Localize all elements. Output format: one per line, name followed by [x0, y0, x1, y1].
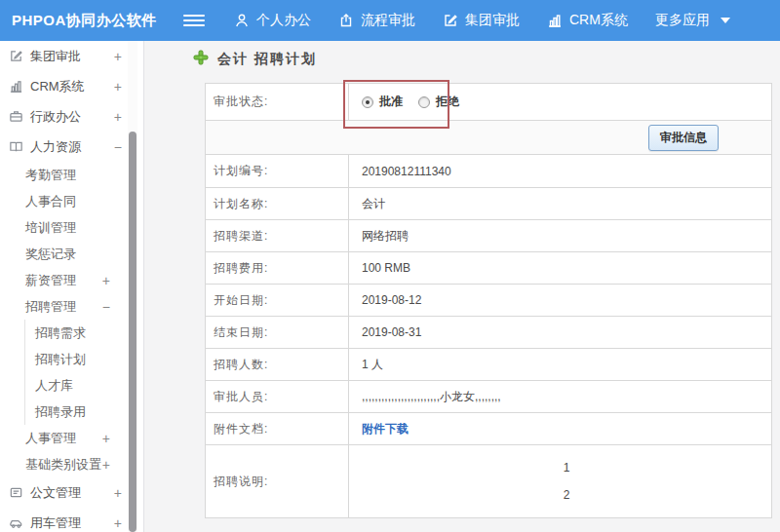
bar-chart-icon [547, 13, 563, 28]
field-label: 结束日期: [206, 317, 349, 348]
nav-item-more-apps[interactable]: 更多应用 [655, 12, 730, 29]
document-icon [8, 485, 23, 501]
recruit-submenu: 招聘需求 招聘计划 人才库 招聘录用 [24, 320, 143, 425]
expand-toggle[interactable]: + [102, 432, 110, 445]
field-value: 20190812111340 [349, 155, 771, 187]
sidebar-scrollbar-thumb[interactable] [129, 132, 136, 532]
attachment-download-link[interactable]: 附件下载 [362, 421, 409, 437]
table-row-end-date: 结束日期: 2019-08-31 [206, 317, 771, 349]
expand-toggle[interactable]: + [114, 486, 122, 500]
expand-toggle[interactable]: + [102, 458, 110, 472]
nav-item-label: CRM系统 [569, 12, 628, 29]
green-plus-icon [193, 50, 209, 69]
collapse-toggle[interactable]: − [102, 300, 110, 314]
field-label: 计划编号: [206, 155, 349, 187]
table-row-start-date: 开始日期: 2019-08-12 [206, 285, 771, 317]
edit-square-icon [443, 13, 458, 28]
sidebar-item-salary-mgmt[interactable]: 薪资管理 + [0, 267, 143, 293]
radio-option-reject[interactable]: 拒绝 [418, 94, 459, 110]
radio-label: 批准 [379, 94, 403, 110]
radio-option-approve[interactable]: 批准 [362, 94, 403, 110]
nav-item-crm-system[interactable]: CRM系统 [547, 12, 628, 29]
field-value: 2019-08-31 [349, 317, 771, 348]
table-row-approval-status: 审批状态: 批准 拒绝 [206, 84, 771, 121]
sidebar-item-label: 集团审批 [30, 48, 81, 65]
nav-item-group-approval[interactable]: 集团审批 [443, 12, 520, 29]
sidebar-item-label: 人力资源 [30, 138, 81, 156]
table-row-recruit-channel: 招聘渠道: 网络招聘 [206, 220, 771, 252]
bar-chart-icon [8, 79, 23, 95]
expand-toggle[interactable]: + [114, 50, 122, 63]
sidebar-item-document-mgmt[interactable]: 公文管理 + [0, 477, 143, 508]
field-label: 开始日期: [206, 285, 349, 316]
sidebar-item-recruit-hire[interactable]: 招聘录用 [25, 399, 143, 425]
approval-status-radio-group: 批准 拒绝 [362, 94, 459, 110]
approve-info-button[interactable]: 审批信息 [648, 125, 719, 151]
radio-checked-icon[interactable] [362, 96, 373, 108]
process-approval-icon [338, 13, 354, 28]
sidebar-item-crm-system[interactable]: CRM系统 + [0, 71, 143, 101]
sidebar-item-recruit-demand[interactable]: 招聘需求 [25, 320, 143, 346]
sidebar-item-label: 招聘需求 [35, 324, 86, 342]
radio-unchecked-icon[interactable] [418, 96, 430, 108]
sidebar-item-label: 招聘计划 [35, 351, 86, 368]
book-icon [8, 139, 23, 155]
top-header-bar: PHPOA协同办公软件 个人办公 流程审批 [0, 0, 780, 41]
table-row-approve-button: 审批信息 [206, 121, 771, 155]
page-header: 会计 招聘计划 [193, 50, 317, 69]
expand-toggle[interactable]: + [114, 110, 122, 124]
sidebar-item-label: 公文管理 [30, 484, 81, 502]
user-icon [234, 13, 250, 28]
sidebar-item-talent-pool[interactable]: 人才库 [25, 372, 143, 399]
field-label: 审批人员: [206, 381, 349, 412]
table-row-attachment: 附件文档: 附件下载 [206, 413, 771, 445]
recruit-plan-form: 审批状态: 批准 拒绝 审批信息 计划编号: 2 [205, 83, 772, 518]
sidebar-item-label: 考勤管理 [25, 167, 76, 184]
sidebar-item-vehicle-mgmt[interactable]: 用车管理 + [0, 508, 143, 532]
sidebar-item-recruit-mgmt[interactable]: 招聘管理 − [0, 293, 143, 320]
caret-down-icon [721, 18, 730, 23]
table-row-recruit-cost: 招聘费用: 100 RMB [206, 252, 771, 285]
nav-item-process-approval[interactable]: 流程审批 [338, 12, 415, 29]
car-icon [8, 515, 23, 531]
field-value: 会计 [349, 188, 771, 219]
field-label: 招聘说明: [206, 445, 349, 517]
collapse-toggle[interactable]: − [114, 140, 122, 154]
sidebar-item-human-resources[interactable]: 人力资源 − [0, 132, 143, 162]
expand-toggle[interactable]: + [114, 516, 122, 530]
sidebar-item-label: 薪资管理 [25, 272, 76, 289]
sidebar-item-reward-punish-record[interactable]: 奖惩记录 [0, 241, 143, 267]
sidebar-item-hr-contract[interactable]: 人事合同 [0, 188, 143, 214]
sidebar-item-label: 培训管理 [25, 219, 76, 237]
table-row-plan-name: 计划名称: 会计 [206, 188, 771, 220]
sidebar-item-label: 行政办公 [30, 108, 81, 126]
sidebar-item-recruit-plan[interactable]: 招聘计划 [25, 346, 143, 372]
sidebar-item-label: 人事合同 [25, 193, 76, 210]
sidebar-item-admin-office[interactable]: 行政办公 + [0, 101, 143, 132]
sidebar-item-attendance-mgmt[interactable]: 考勤管理 [0, 162, 143, 188]
sidebar-item-label: 人事管理 [25, 430, 76, 447]
sidebar-item-personnel-mgmt[interactable]: 人事管理 + [0, 425, 143, 451]
nav-item-label: 个人办公 [256, 12, 311, 29]
field-label: 审批状态: [206, 84, 349, 120]
expand-toggle[interactable]: + [102, 274, 110, 287]
nav-item-personal-office[interactable]: 个人办公 [234, 12, 311, 29]
field-label: 附件文档: [206, 413, 349, 444]
sidebar-item-label: 基础类别设置 [25, 456, 101, 474]
expand-toggle[interactable]: + [114, 80, 122, 94]
briefcase-icon [8, 109, 23, 125]
table-row-plan-number: 计划编号: 20190812111340 [206, 155, 771, 188]
sidebar-item-base-category-settings[interactable]: 基础类别设置 + [0, 451, 143, 477]
sidebar-item-training-mgmt[interactable]: 培训管理 [0, 214, 143, 241]
sidebar: 集团审批 + CRM系统 + 行政办公 + 人力资源 − 考勤管 [0, 41, 144, 532]
hamburger-icon[interactable] [183, 15, 205, 26]
table-row-headcount: 招聘人数: 1 人 [206, 349, 771, 381]
field-label: 招聘渠道: [206, 220, 349, 251]
edit-square-icon [8, 49, 23, 64]
sidebar-item-group-approval[interactable]: 集团审批 + [0, 41, 143, 71]
field-value: 1 人 [349, 349, 771, 380]
sidebar-item-label: 招聘管理 [25, 298, 76, 316]
app-logo: PHPOA协同办公软件 [0, 12, 183, 30]
field-label: 招聘费用: [206, 252, 349, 284]
nav-item-label: 更多应用 [655, 12, 710, 29]
